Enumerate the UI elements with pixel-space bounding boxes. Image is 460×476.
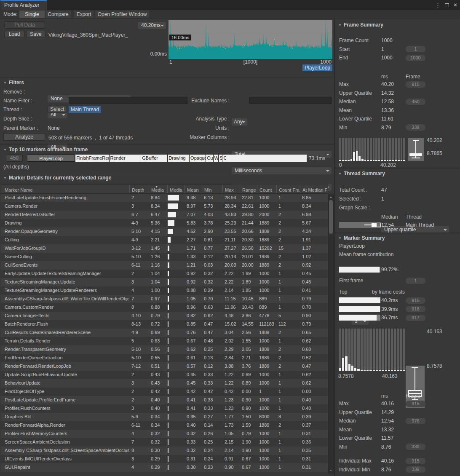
export-button[interactable]: Export bbox=[74, 11, 94, 18]
table-row[interactable]: PostLateUpdate.ProfilerEndFrame20.400.41… bbox=[1, 396, 328, 404]
frame-jump-button[interactable]: 915 bbox=[406, 401, 425, 407]
frame-time-chart[interactable]: 16.00ms bbox=[168, 20, 332, 59]
top10-segment[interactable]: Drawing bbox=[167, 155, 189, 162]
close-icon[interactable]: ✕ bbox=[453, 2, 457, 8]
table-row[interactable]: UIEvents.IMGUIRenderOverlays30.290.310.2… bbox=[1, 455, 328, 463]
frame-jump-button[interactable]: 915 bbox=[406, 297, 425, 304]
frame-jump-button[interactable]: 450 bbox=[406, 99, 425, 105]
table-row[interactable]: Camera.CustomRender80.880.960.6311.0610.… bbox=[1, 303, 328, 312]
frame-jump-button[interactable]: 339 bbox=[406, 124, 425, 131]
frame-jump-button[interactable]: 915 bbox=[406, 458, 425, 464]
table-row[interactable]: SceneCulling5-101.261.330.1220.1420.0118… bbox=[1, 253, 328, 261]
top10-marker-bar[interactable]: PlayerLoopFinishFrameRenderingRenderGBuf… bbox=[27, 155, 307, 162]
frame-jump-button[interactable]: 976 bbox=[406, 418, 425, 424]
top10-segment[interactable]: Culling bbox=[206, 155, 213, 162]
median-frame-button[interactable]: 450 bbox=[6, 155, 23, 162]
table-row[interactable]: Terrain.Details.Render50.630.670.482.021… bbox=[1, 337, 328, 345]
column-header[interactable]: Count bbox=[257, 185, 276, 193]
top10-remainder-segment[interactable] bbox=[226, 155, 307, 162]
column-header[interactable]: Media bbox=[167, 185, 185, 193]
table-row[interactable]: FindObjectsOfType20.420.420.420.420.0011… bbox=[1, 388, 328, 396]
scrollbar-thumb[interactable] bbox=[329, 200, 333, 234]
table-row[interactable]: Graphics.Blit5-90.340.350.271.771.508000… bbox=[1, 413, 328, 421]
thread-select-button[interactable]: Select bbox=[48, 106, 67, 113]
frame-summary-header[interactable]: Frame Summary bbox=[338, 22, 383, 28]
table-row[interactable]: Assembly-CSharp-firstpass.dll!::WaterTil… bbox=[1, 295, 328, 303]
table-row[interactable]: BatchRenderer.Flush8-130.720.850.4715.02… bbox=[1, 320, 328, 329]
frame-jump-button[interactable]: 339 bbox=[406, 444, 425, 450]
open-profiler-window-button[interactable]: Open Profiler Window bbox=[95, 11, 149, 18]
table-row[interactable]: ScreenSpaceAmbientOcclusion70.320.330.25… bbox=[1, 438, 328, 447]
top10-segment[interactable]: Render bbox=[109, 155, 141, 162]
kebab-menu-icon[interactable]: ⋮ bbox=[435, 3, 441, 8]
table-row[interactable]: Assembly-CSharp-firstpass.dll!::ScreenSp… bbox=[1, 447, 328, 455]
table-row[interactable]: Render.OpaqueGeometry5-104.154.522.9023.… bbox=[1, 227, 328, 236]
table-row[interactable]: Camera.ImageEffects4-100.790.820.624.483… bbox=[1, 312, 328, 320]
thread-selection-chip[interactable]: Main Thread bbox=[69, 106, 101, 113]
top10-segment[interactable]: WaitForJobGroupID bbox=[213, 155, 219, 162]
frame-jump-button[interactable]: 1000 bbox=[406, 55, 425, 61]
table-row[interactable]: EndRenderQueueExtraction5-100.550.610.13… bbox=[1, 354, 328, 362]
frame-jump-button[interactable]: 918 bbox=[406, 306, 425, 312]
frame-jump-button[interactable]: 917 bbox=[406, 315, 425, 321]
top10-segment[interactable]: FinishFrameRendering bbox=[75, 155, 109, 162]
table-row[interactable]: EarlyUpdate.UpdateTextureStreamingManage… bbox=[1, 270, 328, 278]
frame-jump-button[interactable]: 1 bbox=[406, 46, 425, 52]
table-row[interactable]: GUI.Repaint40.290.300.230.900.67100010.3… bbox=[1, 463, 328, 472]
column-header[interactable]: At Median F bbox=[300, 185, 328, 193]
filters-section-header[interactable]: Filters bbox=[3, 80, 24, 86]
column-header[interactable]: Depth bbox=[129, 185, 149, 193]
table-row[interactable]: RenderForward.RenderLoopJob7-120.510.570… bbox=[1, 362, 328, 371]
pull-data-button[interactable]: Pull Data bbox=[4, 21, 45, 29]
top10-segment[interactable]: OpaqueGeometry bbox=[189, 155, 206, 162]
analyze-button[interactable]: Analyze bbox=[3, 133, 45, 141]
top10-segment[interactable]: CullSendEvents bbox=[222, 155, 226, 162]
table-row[interactable]: Update.ScriptRunBehaviourUpdate20.430.45… bbox=[1, 371, 328, 379]
marker-summary-header[interactable]: Marker Summary bbox=[338, 235, 385, 241]
scroll-up-icon[interactable]: ▲ bbox=[329, 195, 333, 198]
exclude-names-input[interactable] bbox=[249, 97, 332, 104]
frame-jump-button[interactable]: 339 bbox=[406, 466, 425, 473]
table-row[interactable]: Profiler.FlushMemoryCounters40.320.320.2… bbox=[1, 430, 328, 438]
exclude-mode-dropdown[interactable]: Any bbox=[232, 118, 247, 126]
column-header[interactable]: Min bbox=[202, 185, 222, 193]
thread-row[interactable]: 12.54 Main Thread bbox=[335, 221, 460, 230]
mode-button-compare[interactable]: Compare bbox=[45, 11, 71, 18]
mode-button-single[interactable]: Single bbox=[19, 11, 45, 18]
table-row[interactable]: RenderForwardAlpha.Render6-110.340.400.1… bbox=[1, 421, 328, 430]
table-row[interactable]: TextureStreamingManager.Update31.040.920… bbox=[1, 278, 328, 286]
table-row[interactable]: PostLateUpdate.FinishFrameRendering28.84… bbox=[1, 194, 328, 202]
top10-segment[interactable]: PlayerLoop bbox=[27, 155, 75, 162]
load-button[interactable]: Load bbox=[4, 31, 24, 38]
column-header[interactable]: Media▼ bbox=[149, 185, 167, 193]
column-header[interactable]: Count Fra bbox=[276, 185, 300, 193]
scroll-down-icon[interactable]: ▼ bbox=[329, 469, 333, 472]
save-button[interactable]: Save bbox=[26, 31, 45, 38]
table-row[interactable]: TextureStreamingManager.UpdateRenderers4… bbox=[1, 286, 328, 295]
table-row[interactable]: Culling4-92.212.270.8121.1120.30188921.9… bbox=[1, 236, 328, 244]
column-header[interactable]: Max bbox=[222, 185, 240, 193]
marker-details-section-header[interactable]: Marker Details for currently selected ra… bbox=[3, 175, 111, 181]
tab-profile-analyzer[interactable]: Profile Analyzer bbox=[0, 0, 47, 10]
table-row[interactable]: Profiler.FlushCounters30.400.410.331.230… bbox=[1, 404, 328, 413]
table-row[interactable]: BehaviourUpdate30.430.450.331.220.891000… bbox=[1, 379, 328, 388]
column-header[interactable]: Mean bbox=[185, 185, 202, 193]
top10-segment[interactable]: GBuffer bbox=[141, 155, 167, 162]
selected-marker-chip[interactable]: PlayerLoop bbox=[302, 64, 332, 71]
column-header[interactable]: Marker Name bbox=[1, 185, 129, 193]
thread-summary-header[interactable]: Thread Summary bbox=[338, 171, 385, 176]
table-row[interactable]: CullSendEvents6-111.161.210.0320.0320.00… bbox=[1, 261, 328, 270]
table-scrollbar[interactable]: ▲ ▼ bbox=[328, 194, 334, 473]
table-row[interactable]: Render.TransparentGeometry5-100.560.620.… bbox=[1, 345, 328, 354]
maximize-icon[interactable] bbox=[445, 3, 449, 7]
top10-section-header[interactable]: Top 10 markers on median frame bbox=[3, 147, 88, 152]
table-row[interactable]: CullResults.CreateSharedRendererScene4-9… bbox=[1, 329, 328, 337]
top10-segment[interactable]: SceneCulling bbox=[218, 155, 222, 162]
frame-jump-button[interactable]: 915 bbox=[406, 81, 425, 88]
units-dropdown[interactable]: Milliseconds bbox=[232, 167, 332, 174]
column-header[interactable]: Range bbox=[240, 185, 257, 193]
first-frame-button[interactable]: 1 bbox=[406, 278, 425, 284]
table-row[interactable]: Camera.Render38.348.975.7328.3422.611000… bbox=[1, 202, 328, 211]
table-row[interactable]: RenderDeferred.GBuffer6-76.477.074.0343.… bbox=[1, 211, 328, 219]
table-row[interactable]: WaitForJobGroupID3-121.451.710.7727.2726… bbox=[1, 244, 328, 253]
